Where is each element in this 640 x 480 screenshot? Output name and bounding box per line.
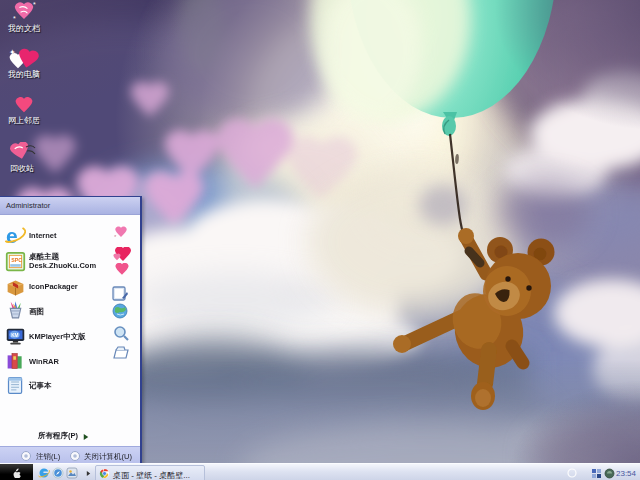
svg-text:*: * (13, 15, 16, 22)
svg-text:✦: ✦ (9, 48, 16, 57)
svg-text:*: * (33, 1, 36, 8)
svg-text:SPC: SPC (11, 257, 22, 263)
svg-text:KM: KM (11, 333, 18, 338)
svg-text:*: * (114, 234, 117, 240)
